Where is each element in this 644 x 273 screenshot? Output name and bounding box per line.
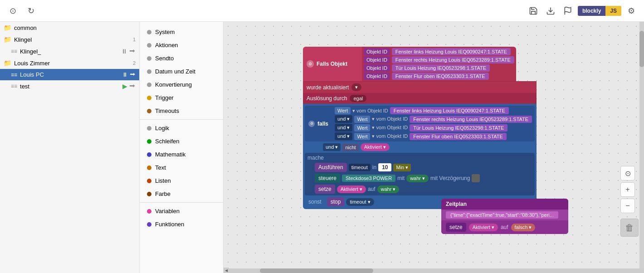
objekt-id-row-3: Objekt ID Tür Louis Heizung IEQ0523298:1… (364, 64, 514, 72)
setze-row-1[interactable]: setze Aktiviert ▾ auf wahr ▾ (315, 185, 532, 194)
steuere-row[interactable]: steuere Steckdose3 POWER mit wahr ▾ mit … (315, 174, 532, 183)
min-chip[interactable]: Min ▾ (393, 164, 411, 171)
file-tree[interactable]: 📁 common 📁 Klingel 1 ≡≡ Klingel_ ⏸ ⮕ 📁 L… (0, 22, 140, 273)
cond-id-1[interactable]: Fenster links Heizung Louis IEQ0090247:1… (390, 107, 509, 114)
category-aktionen[interactable]: Aktionen (140, 39, 223, 52)
target-btn[interactable]: ⊙ (5, 4, 20, 18)
objekt-id-value-4[interactable]: Fenster Flur oben IEQ0523303:1.STATE (392, 73, 489, 80)
falls-objekt-block[interactable]: ⚙ Falls Objekt Objekt ID Fenster links H… (303, 47, 537, 209)
timeout-value[interactable]: 10 (378, 163, 391, 171)
category-label-farbe: Farbe (155, 190, 171, 197)
category-text[interactable]: Text (140, 161, 223, 174)
condition-row-3: und ▾ Wert ▾ vom Objekt ID Tür Louis Hei… (335, 124, 532, 132)
blockly-tab[interactable]: blockly (578, 6, 605, 16)
und-chip-2[interactable]: und ▾ (335, 124, 352, 132)
exit-btn-louis-pc[interactable]: ⮕ (130, 71, 136, 78)
category-dot-listen (147, 179, 151, 183)
expand-btn[interactable]: ◀ (224, 268, 229, 273)
verzoegerung-toggle[interactable] (472, 174, 480, 182)
wahr-chip-2[interactable]: wahr ▾ (377, 185, 400, 193)
zoom-in-btn[interactable]: + (620, 182, 635, 197)
category-dot-aktionen (147, 43, 151, 48)
settings-btn[interactable]: ⚙ (624, 4, 639, 18)
zeitplan-block[interactable]: Zeitplan {"time":{"exactTime":true,"star… (441, 199, 568, 234)
objekt-id-value-1[interactable]: Fenster links Heizung Louis IEQ0090247:1… (392, 48, 511, 55)
expand-icon: ◀ (225, 268, 228, 273)
tree-label-klingel: Klingel (14, 36, 130, 43)
mache-section: mache Ausführen timeout in 10 Min ▾ st (305, 153, 535, 195)
category-label-funktionen: Funktionen (155, 221, 184, 228)
category-separator (140, 119, 223, 120)
zeitplan-config-row: {"time":{"exactTime":true,"start":"08:30… (441, 210, 568, 220)
exit-btn-klingel[interactable]: ⮕ (129, 48, 136, 55)
und-chip-final[interactable]: und ▾ (323, 143, 341, 151)
canvas-scrollbar-right-thumb[interactable] (639, 31, 644, 67)
ausfuehren-row[interactable]: Ausführen timeout in 10 Min ▾ (315, 163, 532, 172)
tree-item-louis-pc[interactable]: ≡≡ Louis PC ⏸ ⮕ (0, 69, 139, 80)
canvas-scrollbar-right[interactable] (639, 22, 644, 268)
canvas-scrollbar-thumb[interactable] (260, 268, 373, 273)
tree-item-louis-zimmer[interactable]: 📁 Louis Zimmer 2 (0, 57, 139, 69)
category-farbe[interactable]: Farbe (140, 187, 223, 200)
cond-id-3[interactable]: Tür Louis Heizung IEQ0523298:1.STATE (410, 124, 507, 132)
cond-id-2[interactable]: Fenster rechts Heizung Louis IEQ0523289:… (410, 116, 532, 123)
js-tab[interactable]: JS (605, 6, 621, 16)
tree-item-common[interactable]: 📁 common (0, 22, 139, 34)
refresh-btn[interactable]: ↻ (24, 4, 38, 18)
category-mathematik[interactable]: Mathematik (140, 148, 223, 161)
category-system[interactable]: System (140, 25, 223, 39)
category-funktionen[interactable]: Funktionen (140, 218, 223, 231)
zoom-fit-btn[interactable]: ⊙ (620, 166, 635, 180)
tree-item-klingel[interactable]: 📁 Klingel 1 (0, 34, 139, 45)
aktiviert-chip-2[interactable]: Aktiviert ▾ (337, 185, 366, 193)
category-schleifen[interactable]: Schleifen (140, 135, 223, 148)
category-variablen[interactable]: Variablen (140, 205, 223, 218)
category-konvertierung[interactable]: Konvertierung (140, 78, 223, 91)
steckdose-label[interactable]: Steckdose3 POWER (342, 175, 395, 182)
tree-item-test[interactable]: ≡≡ test ▶ ⮕ (0, 80, 139, 92)
exit-btn-test[interactable]: ⮕ (129, 83, 136, 90)
flag-btn[interactable] (561, 4, 575, 18)
timeout-chip-1[interactable]: timeout (349, 164, 371, 171)
wurde-aktualisiert-dropdown[interactable]: ▾ (351, 83, 361, 91)
import-btn[interactable] (543, 4, 558, 18)
play-btn-test[interactable]: ▶ (122, 83, 127, 90)
tree-item-klingel-script[interactable]: ≡≡ Klingel_ ⏸ ⮕ (0, 45, 139, 57)
pause-btn-louis-pc[interactable]: ⏸ (122, 71, 128, 78)
wahr-chip-1[interactable]: wahr ▾ (406, 175, 429, 182)
timeout-chip-2[interactable]: timeout ▾ (346, 198, 374, 206)
zoom-out-btn[interactable]: − (620, 199, 635, 213)
zeitplan-aktiviert-chip[interactable]: Aktiviert ▾ (469, 224, 498, 231)
category-dot-farbe (147, 192, 151, 196)
ausfuehren-label: Ausführen (315, 163, 347, 172)
canvas-scrollbar-bottom[interactable] (224, 268, 644, 273)
cond-id-4[interactable]: Fenster Flur oben IEQ0523303:1.STATE (410, 133, 507, 140)
save-btn[interactable] (526, 4, 541, 18)
pause-btn-klingel[interactable]: ⏸ (121, 48, 127, 55)
nicht-label: nicht (342, 144, 358, 151)
und-chip-1[interactable]: und ▾ (335, 115, 352, 123)
zeitplan-falsch-chip[interactable]: falsch ▾ (511, 224, 536, 231)
ausloesung-dropdown[interactable]: egal (350, 95, 366, 102)
category-logik[interactable]: Logik (140, 122, 223, 135)
canvas-area[interactable]: ⚙ Falls Objekt Objekt ID Fenster links H… (224, 22, 644, 273)
category-timeouts[interactable]: Timeouts (140, 104, 223, 117)
zeitplan-config[interactable]: {"time":{"exactTime":true,"start":"08:30… (446, 211, 558, 219)
from-label-1: ▾ vom Objekt ID (352, 108, 388, 114)
objekt-id-value-3[interactable]: Tür Louis Heizung IEQ0523298:1.STATE (392, 64, 490, 72)
trash-btn[interactable]: 🗑 (620, 219, 639, 237)
script-icon-louis-pc: ≡≡ (11, 72, 17, 78)
tree-label-louis-zimmer: Louis Zimmer (14, 60, 130, 67)
aktiviert-chip-1[interactable]: Aktiviert ▾ (361, 143, 390, 151)
category-listen[interactable]: Listen (140, 174, 223, 187)
category-trigger[interactable]: Trigger (140, 91, 223, 104)
category-sendto[interactable]: Sendto (140, 52, 223, 65)
und-chip-3[interactable]: und ▾ (335, 132, 352, 140)
category-datum-und-zeit[interactable]: Datum und Zeit (140, 65, 223, 78)
blockly-js-toggle[interactable]: blockly JS (578, 6, 621, 16)
stop-timeout-block[interactable]: stop timeout ▾ (327, 197, 374, 206)
objekt-id-row-2: Objekt ID Fenster rechts Heizung Louis I… (364, 56, 514, 63)
objekt-id-value-2[interactable]: Fenster rechts Heizung Louis IEQ0523289:… (392, 56, 514, 63)
wert-label-4: Wert (354, 133, 370, 140)
condition-row-2: und ▾ Wert ▾ vom Objekt ID Fenster recht… (335, 115, 532, 123)
